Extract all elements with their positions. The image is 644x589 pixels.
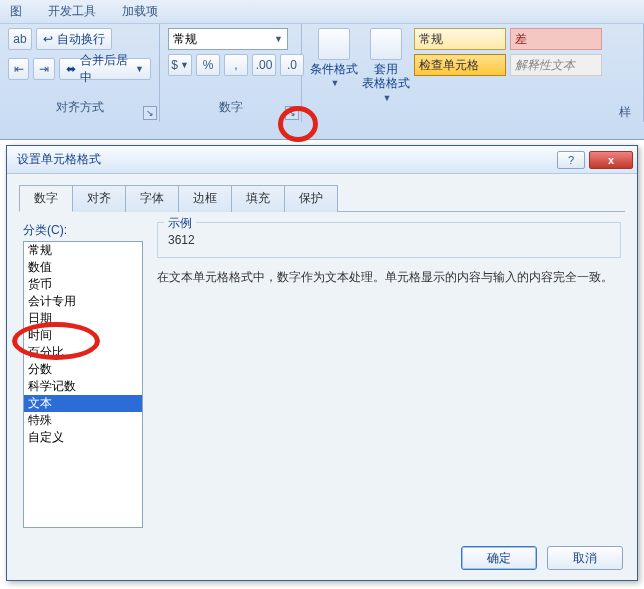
detail-column: 示例 3612 在文本单元格格式中，数字作为文本处理。单元格显示的内容与输入的内… xyxy=(157,222,621,528)
category-column: 分类(C): 常规数值货币会计专用日期时间百分比分数科学记数文本特殊自定义 xyxy=(23,222,143,528)
table-format-icon xyxy=(370,28,402,60)
chevron-down-icon: ▼ xyxy=(274,34,283,44)
wrap-text-label: 自动换行 xyxy=(57,31,105,48)
format-cells-dialog: 设置单元格格式 ? x 数字 对齐 字体 边框 填充 保护 分类(C): 常规数… xyxy=(6,145,638,581)
indent-increase-icon[interactable]: ⇥ xyxy=(33,58,54,80)
tab-font[interactable]: 字体 xyxy=(125,185,179,212)
merge-icon: ⬌ xyxy=(66,62,76,76)
indent-decrease-icon[interactable]: ⇤ xyxy=(8,58,29,80)
cell-style-bad[interactable]: 差 xyxy=(510,28,602,50)
cell-style-explain[interactable]: 解释性文本 xyxy=(510,54,602,76)
category-item[interactable]: 数值 xyxy=(24,259,142,276)
close-button[interactable]: x xyxy=(589,151,633,169)
format-description: 在文本单元格格式中，数字作为文本处理。单元格显示的内容与输入的内容完全一致。 xyxy=(157,268,621,286)
merge-center-button[interactable]: ⬌ 合并后居中 ▼ xyxy=(59,58,151,80)
tab-fill[interactable]: 填充 xyxy=(231,185,285,212)
format-as-table-label: 套用 表格格式 xyxy=(362,62,410,91)
percent-icon[interactable]: % xyxy=(196,54,220,76)
merge-center-label: 合并后居中 xyxy=(80,52,129,86)
dialog-buttons: 确定 取消 xyxy=(461,546,623,570)
accounting-format-icon[interactable]: $▼ xyxy=(168,54,192,76)
tab-panel-number: 分类(C): 常规数值货币会计专用日期时间百分比分数科学记数文本特殊自定义 示例… xyxy=(19,212,625,532)
category-item[interactable]: 货币 xyxy=(24,276,142,293)
category-listbox[interactable]: 常规数值货币会计专用日期时间百分比分数科学记数文本特殊自定义 xyxy=(23,241,143,528)
dialog-titlebar: 设置单元格格式 ? x xyxy=(7,146,637,174)
sample-fieldset: 示例 3612 xyxy=(157,222,621,258)
cancel-button[interactable]: 取消 xyxy=(547,546,623,570)
tab-border[interactable]: 边框 xyxy=(178,185,232,212)
conditional-format-button[interactable]: 条件格式 ▼ xyxy=(310,28,358,89)
comma-icon[interactable]: , xyxy=(224,54,248,76)
dialog-title: 设置单元格格式 xyxy=(11,151,101,168)
group-label-number: 数字 xyxy=(168,99,293,118)
annotation-circle-text-category xyxy=(12,322,100,360)
tab-number[interactable]: 数字 xyxy=(19,185,73,212)
cell-style-normal[interactable]: 常规 xyxy=(414,28,506,50)
group-styles: 条件格式 ▼ 套用 表格格式 ▼ 常规 检查单元格 差 解释性文本 样 xyxy=(302,24,644,122)
chevron-down-icon: ▼ xyxy=(135,64,144,74)
decrease-decimal-icon[interactable]: .0 xyxy=(280,54,304,76)
category-item[interactable]: 特殊 xyxy=(24,412,142,429)
category-item[interactable]: 常规 xyxy=(24,242,142,259)
sample-value: 3612 xyxy=(166,229,612,251)
tab-view[interactable]: 图 xyxy=(4,3,28,20)
conditional-format-icon xyxy=(318,28,350,60)
tab-protection[interactable]: 保护 xyxy=(284,185,338,212)
category-item[interactable]: 自定义 xyxy=(24,429,142,446)
annotation-circle-launcher xyxy=(278,106,318,142)
wrap-text-button[interactable]: ↩ 自动换行 xyxy=(36,28,112,50)
number-format-value: 常规 xyxy=(173,31,197,48)
conditional-format-label: 条件格式 xyxy=(310,62,358,76)
dialog-tabs: 数字 对齐 字体 边框 填充 保护 xyxy=(19,184,625,212)
ribbon: 图 开发工具 加载项 ab ↩ 自动换行 ⇤ ⇥ ⬌ 合并后居中 xyxy=(0,0,644,140)
alignment-launcher-icon[interactable]: ↘ xyxy=(143,106,157,120)
group-label-alignment: 对齐方式 xyxy=(8,99,151,118)
ribbon-tabs: 图 开发工具 加载项 xyxy=(0,0,644,24)
window-buttons: ? x xyxy=(557,151,633,169)
chevron-down-icon: ▼ xyxy=(383,93,392,104)
category-item[interactable]: 文本 xyxy=(24,395,142,412)
category-item[interactable]: 会计专用 xyxy=(24,293,142,310)
wrap-icon: ↩ xyxy=(43,32,53,46)
cell-style-check[interactable]: 检查单元格 xyxy=(414,54,506,76)
tab-alignment[interactable]: 对齐 xyxy=(72,185,126,212)
ok-button[interactable]: 确定 xyxy=(461,546,537,570)
format-as-table-button[interactable]: 套用 表格格式 ▼ xyxy=(362,28,410,104)
increase-decimal-icon[interactable]: .00 xyxy=(252,54,276,76)
category-item[interactable]: 分数 xyxy=(24,361,142,378)
group-number: 常规 ▼ $▼ % , .00 .0 数字 ↘ xyxy=(160,24,302,122)
orientation-icon[interactable]: ab xyxy=(8,28,32,50)
ribbon-body: ab ↩ 自动换行 ⇤ ⇥ ⬌ 合并后居中 ▼ 对齐方式 ↘ xyxy=(0,24,644,122)
group-label-styles: 样 xyxy=(310,104,635,123)
sample-legend: 示例 xyxy=(164,215,196,232)
tab-addins[interactable]: 加载项 xyxy=(116,3,164,20)
category-item[interactable]: 科学记数 xyxy=(24,378,142,395)
tab-developer[interactable]: 开发工具 xyxy=(42,3,102,20)
chevron-down-icon: ▼ xyxy=(331,78,340,89)
dialog-body: 数字 对齐 字体 边框 填充 保护 分类(C): 常规数值货币会计专用日期时间百… xyxy=(7,174,637,542)
category-label: 分类(C): xyxy=(23,222,143,239)
help-button[interactable]: ? xyxy=(557,151,585,169)
group-alignment: ab ↩ 自动换行 ⇤ ⇥ ⬌ 合并后居中 ▼ 对齐方式 ↘ xyxy=(0,24,160,122)
number-format-combo[interactable]: 常规 ▼ xyxy=(168,28,288,50)
